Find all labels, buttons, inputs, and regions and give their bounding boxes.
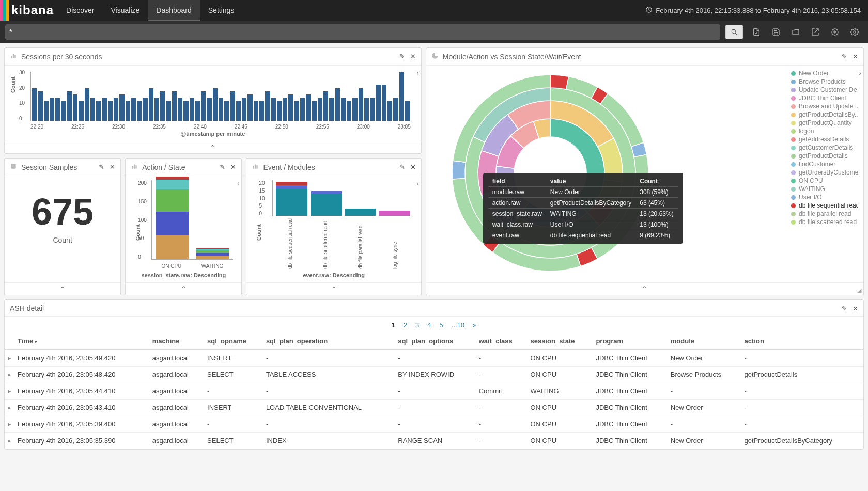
page-link[interactable]: 2 <box>399 320 411 330</box>
page-link[interactable]: 5 <box>436 320 447 330</box>
bar[interactable] <box>172 91 177 121</box>
close-icon[interactable]: ✕ <box>410 53 416 60</box>
bar[interactable] <box>364 98 369 121</box>
search-input[interactable] <box>9 28 716 36</box>
bar[interactable] <box>207 98 211 121</box>
collapse-legend-icon[interactable]: ‹ <box>237 179 240 187</box>
expand-row-icon[interactable]: ▸ <box>5 383 14 400</box>
bar-column[interactable] <box>345 209 376 216</box>
search-box[interactable] <box>5 24 720 40</box>
page-link[interactable]: 4 <box>423 320 435 330</box>
column-header[interactable]: wait_class <box>476 333 528 350</box>
legend-item[interactable]: getCustomerDetails <box>791 144 858 151</box>
bar[interactable] <box>224 101 229 121</box>
legend-item[interactable]: User I/O <box>791 194 858 201</box>
expand-row-icon[interactable]: ▸ <box>5 416 14 433</box>
bar[interactable] <box>277 101 282 121</box>
legend-item[interactable]: New Order <box>791 70 858 77</box>
legend-item[interactable]: WAITING <box>791 185 858 193</box>
bar[interactable] <box>288 94 293 121</box>
column-header[interactable]: program <box>593 333 667 350</box>
column-header[interactable]: sql_plan_operation <box>263 333 395 350</box>
bar[interactable] <box>283 98 287 121</box>
column-header[interactable]: module <box>668 333 741 350</box>
bar[interactable] <box>236 101 241 121</box>
legend-item[interactable]: db file scattered read <box>791 218 858 226</box>
legend-item[interactable]: Browse Products <box>791 78 858 85</box>
bar[interactable] <box>131 98 136 121</box>
collapse-legend-icon[interactable]: ‹ <box>416 69 419 77</box>
close-icon[interactable]: ✕ <box>110 163 115 171</box>
bar[interactable] <box>178 98 182 121</box>
bar[interactable] <box>108 101 113 121</box>
bar[interactable] <box>312 101 317 121</box>
legend-item[interactable]: getOrdersByCustomer <box>791 169 858 176</box>
bar[interactable] <box>219 98 223 121</box>
bar[interactable] <box>38 91 42 121</box>
bar[interactable] <box>376 85 381 121</box>
edit-icon[interactable]: ✎ <box>842 305 847 312</box>
bar[interactable] <box>160 91 165 121</box>
bar[interactable] <box>295 101 299 121</box>
bar[interactable] <box>119 94 124 121</box>
time-range[interactable]: February 4th 2016, 22:15:33.888 to Febru… <box>638 6 868 15</box>
page-link[interactable]: » <box>469 320 481 330</box>
bar[interactable] <box>259 101 264 121</box>
bar[interactable] <box>73 94 78 121</box>
bar[interactable] <box>318 98 322 121</box>
edit-icon[interactable]: ✎ <box>842 53 847 60</box>
bar[interactable] <box>242 98 246 121</box>
bar[interactable] <box>247 94 252 121</box>
column-header[interactable]: session_state <box>528 333 593 350</box>
expand-footer[interactable]: ⌃ <box>5 141 421 153</box>
bar[interactable] <box>44 101 49 121</box>
column-header[interactable]: Time ▾ <box>14 333 149 350</box>
page-link[interactable]: 3 <box>411 320 423 330</box>
bar[interactable] <box>85 88 89 121</box>
bar[interactable] <box>323 91 328 121</box>
edit-icon[interactable]: ✎ <box>220 163 225 171</box>
legend-item[interactable]: Update Customer De... <box>791 86 858 93</box>
bar[interactable] <box>382 85 386 121</box>
bar[interactable] <box>388 101 392 121</box>
expand-row-icon[interactable]: ▸ <box>5 350 14 367</box>
bar[interactable] <box>149 88 153 121</box>
bar[interactable] <box>335 88 340 121</box>
bar[interactable] <box>55 98 60 121</box>
expand-footer[interactable]: ⌃ <box>5 282 120 295</box>
bar[interactable] <box>213 88 218 121</box>
expand-footer[interactable]: ⌃ <box>126 282 241 295</box>
expand-row-icon[interactable]: ▸ <box>5 400 14 416</box>
bar[interactable] <box>370 98 375 121</box>
bar[interactable] <box>126 101 130 121</box>
page-link[interactable]: ...10 <box>447 320 469 330</box>
bar[interactable] <box>32 88 37 121</box>
column-header[interactable]: sql_opname <box>204 333 263 350</box>
bar[interactable] <box>271 98 276 121</box>
bar[interactable] <box>137 101 142 121</box>
edit-icon[interactable]: ✎ <box>399 53 405 60</box>
stacked-bar-chart[interactable]: Count 05101520 db file sequential readdb… <box>252 180 415 278</box>
legend-item[interactable]: db file parallel read <box>791 210 858 217</box>
legend-item[interactable]: getAddressDetails <box>791 136 858 143</box>
expand-footer[interactable]: ⌃ <box>426 282 863 295</box>
edit-icon[interactable]: ✎ <box>99 163 104 171</box>
column-header[interactable]: machine <box>149 333 204 350</box>
bar[interactable] <box>347 101 351 121</box>
bar[interactable] <box>195 101 200 121</box>
collapse-legend-icon[interactable]: › <box>859 69 861 77</box>
share-icon[interactable] <box>807 25 824 39</box>
save-icon[interactable] <box>768 25 784 39</box>
expand-footer[interactable]: ⌃ <box>246 282 421 295</box>
bar[interactable] <box>79 101 83 121</box>
expand-row-icon[interactable]: ▸ <box>5 367 14 383</box>
bar[interactable] <box>50 98 54 121</box>
bar-column[interactable] <box>311 191 342 216</box>
collapse-legend-icon[interactable]: ‹ <box>416 179 419 187</box>
bar[interactable] <box>154 98 159 121</box>
nav-link-dashboard[interactable]: Dashboard <box>148 0 200 21</box>
bar-column[interactable] <box>276 182 307 216</box>
column-header[interactable]: sql_plan_options <box>395 333 475 350</box>
bar[interactable] <box>114 98 118 121</box>
bar[interactable] <box>102 98 106 121</box>
